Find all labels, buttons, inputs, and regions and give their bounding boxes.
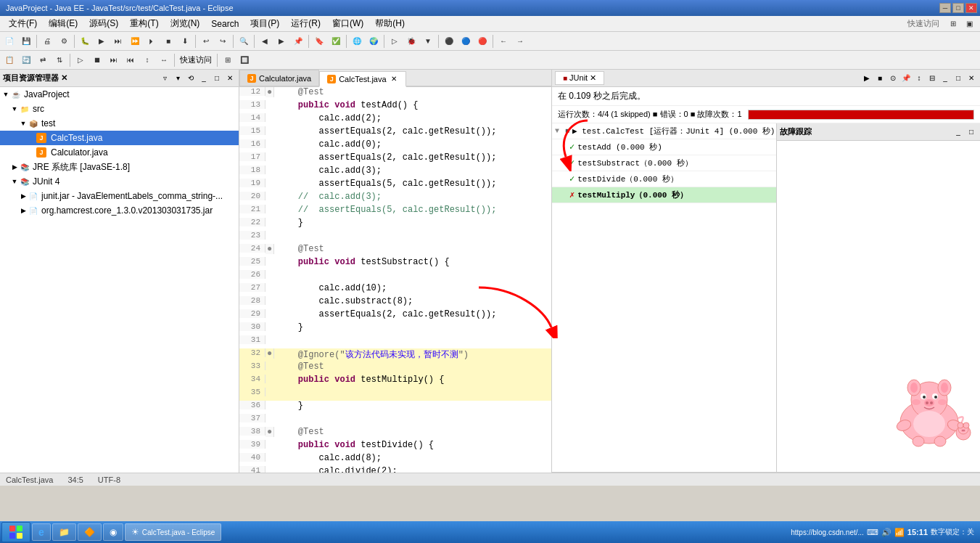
redo-button[interactable]: ↪ — [215, 33, 231, 49]
junit-min[interactable]: _ — [939, 73, 951, 84]
tb2-btn11[interactable]: ⊞ — [220, 52, 236, 68]
navigate-back[interactable]: ◀ — [257, 33, 273, 49]
tree-item-junit4[interactable]: ▼ 📚 JUnit 4 — [0, 174, 239, 189]
junit-item-testadd[interactable]: ✓ testAdd (0.000 秒) — [552, 139, 776, 155]
dot3[interactable]: 🔴 — [474, 33, 490, 49]
tree-item-jre[interactable]: ▶ 📚 JRE 系统库 [JavaSE-1.8] — [0, 160, 239, 174]
menu-project[interactable]: 项目(P) — [244, 16, 285, 31]
search-btn[interactable]: 🔍 — [236, 33, 252, 49]
tab-calculator[interactable]: J Calculator.java — [239, 70, 319, 86]
taskbar-explorer[interactable]: 📁 — [52, 523, 76, 541]
save-button[interactable]: 💾 — [18, 33, 34, 49]
junit-close[interactable]: ✕ — [965, 73, 977, 84]
print-button[interactable]: 🖨 — [39, 33, 55, 49]
undo-button[interactable]: ↩ — [198, 33, 214, 49]
menu-window[interactable]: 窗口(W) — [326, 16, 369, 31]
code-area[interactable]: 12 ● @Test 13 public void testAdd() { 14… — [239, 87, 551, 473]
open-perspective-icon[interactable]: ▣ — [961, 16, 977, 32]
tb2-btn2[interactable]: 🔄 — [18, 52, 34, 68]
tb2-btn3[interactable]: ⇄ — [35, 52, 51, 68]
explorer-menu[interactable]: ▾ — [172, 73, 184, 84]
failure-min[interactable]: _ — [952, 126, 964, 138]
terminate-button[interactable]: ■ — [160, 33, 176, 49]
new-button[interactable]: 📄 — [1, 33, 17, 49]
taskbar-ie[interactable]: e — [32, 523, 51, 541]
junit-tab-junit[interactable]: ■ JUnit ✕ — [555, 71, 604, 85]
debug2-button[interactable]: 🐞 — [403, 33, 419, 49]
tb2-btn12[interactable]: 🔲 — [236, 52, 252, 68]
tb2-btn10[interactable]: ↔ — [156, 52, 172, 68]
run2-button[interactable]: ▷ — [387, 33, 403, 49]
resume-button[interactable]: ⏵ — [144, 33, 160, 49]
task-button[interactable]: ✅ — [328, 33, 344, 49]
junit-pin[interactable]: 📌 — [900, 73, 912, 84]
junit-history[interactable]: ⊙ — [887, 73, 899, 84]
globe-button[interactable]: 🌐 — [349, 33, 365, 49]
junit-scroll-lock[interactable]: ↕ — [913, 73, 925, 84]
explorer-close[interactable]: ✕ — [224, 73, 236, 84]
start-button[interactable] — [1, 522, 30, 542]
junit-root-item[interactable]: ▼ ■ ▶ test.CalcTest [运行器：JUnit 4] (0.000… — [552, 123, 776, 139]
taskbar-left: e 📁 🔶 ◉ ☀ CalcTest.java - Eclipse — [0, 522, 221, 542]
menu-refactor[interactable]: 重构(T) — [124, 16, 164, 31]
taskbar-eclipse[interactable]: ☀ CalcTest.java - Eclipse — [125, 523, 222, 541]
taskbar-app3[interactable]: 🔶 — [78, 523, 102, 541]
minimize-button[interactable]: ─ — [939, 3, 951, 13]
tb2-btn1[interactable]: 📋 — [1, 52, 17, 68]
menu-source[interactable]: 源码(S) — [83, 16, 124, 31]
dot1[interactable]: ⚫ — [441, 33, 457, 49]
navigate-fwd[interactable]: ▶ — [273, 33, 289, 49]
close-button[interactable]: ✕ — [965, 3, 977, 13]
maximize-button[interactable]: □ — [952, 3, 964, 13]
dot2[interactable]: 🔵 — [458, 33, 474, 49]
junit-collapse[interactable]: ⊟ — [926, 73, 938, 84]
explorer-maximize[interactable]: □ — [211, 73, 223, 84]
tb2-btn4[interactable]: ⇅ — [52, 52, 67, 68]
tb2-btn8[interactable]: ⏮ — [123, 52, 139, 68]
explorer-minimize[interactable]: _ — [198, 73, 210, 84]
taskbar-chrome[interactable]: ◉ — [103, 523, 123, 541]
tree-item-calculator[interactable]: J Calculator.java — [0, 145, 239, 160]
menu-search[interactable]: Search — [205, 17, 244, 30]
properties-button[interactable]: ⚙ — [56, 33, 72, 49]
junit-max[interactable]: □ — [952, 73, 964, 84]
tab-calctest[interactable]: J CalcTest.java ✕ — [319, 71, 405, 87]
junit-stop[interactable]: ■ — [874, 73, 886, 84]
back-arrow[interactable]: ← — [495, 33, 511, 49]
perspective-icon[interactable]: ⊞ — [945, 16, 961, 32]
tree-item-junit-jar[interactable]: ▶ 📄 junit.jar - JavaElementLabels_comma_… — [0, 189, 239, 203]
tab-close-calctest[interactable]: ✕ — [390, 75, 398, 83]
menu-navigate[interactable]: 浏览(N) — [165, 16, 206, 31]
content-17: assertEquals(2, calc.getResult()); — [274, 152, 496, 163]
tree-item-src[interactable]: ▼ 📁 src — [0, 102, 239, 116]
more-button[interactable]: ▼ — [420, 33, 436, 49]
tree-item-javaproject[interactable]: ▼ ☕ JavaProject — [0, 87, 239, 102]
tb2-btn9[interactable]: ↕ — [139, 52, 155, 68]
debug-button[interactable]: 🐛 — [77, 33, 93, 49]
tb2-btn7[interactable]: ⏭ — [106, 52, 122, 68]
menu-help[interactable]: 帮助(H) — [369, 16, 411, 31]
explorer-collapse[interactable]: ▿ — [159, 73, 170, 84]
bookmark-button[interactable]: 🔖 — [311, 33, 327, 49]
step2-button[interactable]: ⏩ — [127, 33, 143, 49]
tb2-btn6[interactable]: ⏹ — [89, 52, 105, 68]
tree-item-calctest[interactable]: J CalcTest.java — [0, 131, 239, 145]
tree-item-hamcrest-jar[interactable]: ▶ 📄 org.hamcrest.core_1.3.0.v20130303173… — [0, 203, 239, 218]
failure-max[interactable]: □ — [965, 126, 977, 138]
globe2-button[interactable]: 🌍 — [366, 33, 382, 49]
junit-item-testmultiply[interactable]: ✗ testMultiply（0.000 秒） — [552, 187, 776, 203]
menu-run[interactable]: 运行(R) — [285, 16, 326, 31]
tree-item-test[interactable]: ▼ 📦 test — [0, 116, 239, 131]
menu-edit[interactable]: 编辑(E) — [43, 16, 83, 31]
junit-item-testsubstract[interactable]: ✓ testSubstract（0.000 秒） — [552, 155, 776, 171]
tb2-btn5[interactable]: ▷ — [73, 52, 88, 68]
junit-item-testdivide[interactable]: ✓ testDivide（0.000 秒） — [552, 171, 776, 187]
drop-button[interactable]: ⬇ — [177, 33, 193, 49]
junit-rerun[interactable]: ▶ — [861, 73, 873, 84]
fwd-arrow[interactable]: → — [512, 33, 528, 49]
step-button[interactable]: ⏭ — [110, 33, 126, 49]
menu-file[interactable]: 文件(F) — [3, 16, 43, 31]
explorer-sync[interactable]: ⟲ — [185, 73, 197, 84]
run-button[interactable]: ▶ — [94, 33, 110, 49]
pin-button[interactable]: 📌 — [290, 33, 306, 49]
